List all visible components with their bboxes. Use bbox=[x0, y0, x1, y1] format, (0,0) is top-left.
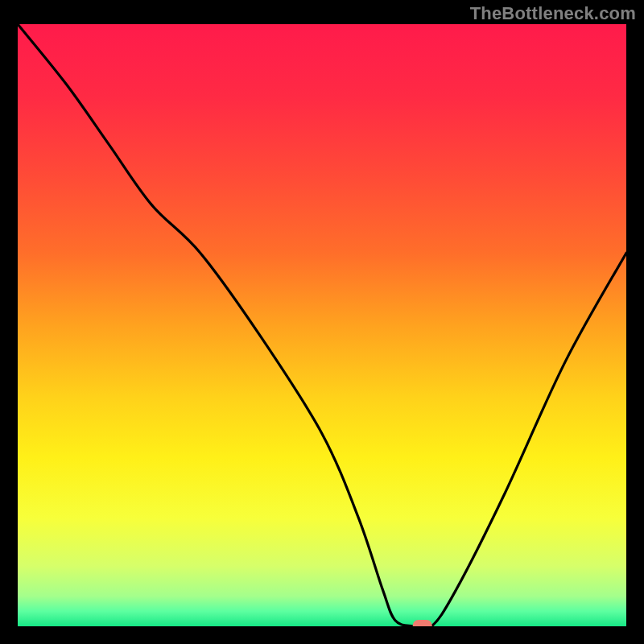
optimal-marker bbox=[413, 620, 432, 626]
bottleneck-chart bbox=[18, 24, 626, 626]
plot-area bbox=[18, 24, 626, 626]
attribution-label: TheBottleneck.com bbox=[470, 3, 636, 24]
gradient-background bbox=[18, 24, 626, 626]
chart-frame: TheBottleneck.com bbox=[0, 0, 644, 644]
